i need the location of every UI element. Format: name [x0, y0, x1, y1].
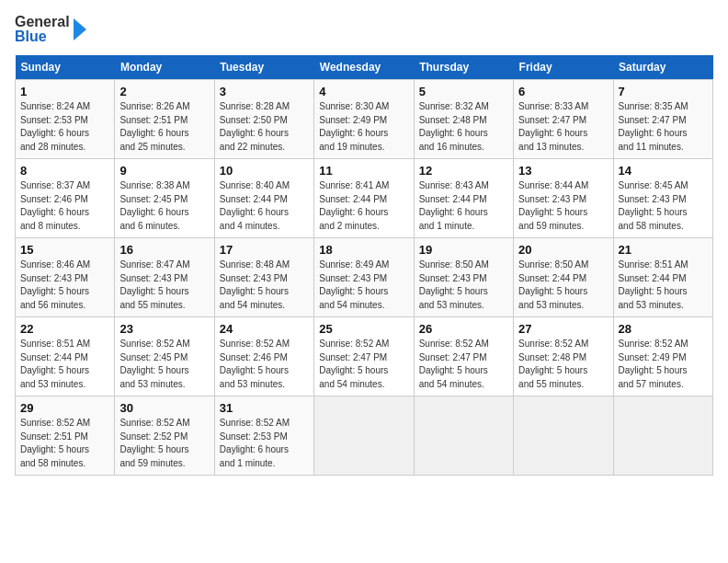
calendar-cell: 11Sunrise: 8:41 AM Sunset: 2:44 PM Dayli…: [314, 159, 414, 238]
day-number: 8: [20, 164, 109, 178]
day-info: Sunrise: 8:43 AM Sunset: 2:44 PM Dayligh…: [419, 179, 508, 233]
calendar-cell: 19Sunrise: 8:50 AM Sunset: 2:43 PM Dayli…: [414, 238, 513, 317]
column-header-thursday: Thursday: [414, 55, 513, 80]
svg-marker-0: [74, 18, 86, 40]
day-info: Sunrise: 8:52 AM Sunset: 2:53 PM Dayligh…: [220, 417, 309, 470]
calendar-cell: 10Sunrise: 8:40 AM Sunset: 2:44 PM Dayli…: [214, 159, 313, 238]
day-number: 29: [20, 401, 109, 415]
calendar-cell: 2Sunrise: 8:26 AM Sunset: 2:51 PM Daylig…: [115, 80, 214, 159]
column-header-wednesday: Wednesday: [314, 55, 414, 80]
day-info: Sunrise: 8:44 AM Sunset: 2:43 PM Dayligh…: [518, 179, 608, 233]
day-info: Sunrise: 8:32 AM Sunset: 2:48 PM Dayligh…: [419, 100, 508, 154]
day-info: Sunrise: 8:49 AM Sunset: 2:43 PM Dayligh…: [319, 259, 408, 312]
logo: General Blue: [15, 15, 86, 44]
day-info: Sunrise: 8:47 AM Sunset: 2:43 PM Dayligh…: [119, 259, 209, 312]
day-info: Sunrise: 8:24 AM Sunset: 2:53 PM Dayligh…: [20, 100, 109, 154]
day-number: 20: [518, 243, 608, 257]
calendar-cell: 8Sunrise: 8:37 AM Sunset: 2:46 PM Daylig…: [16, 159, 115, 238]
calendar-cell: 17Sunrise: 8:48 AM Sunset: 2:43 PM Dayli…: [214, 238, 313, 317]
day-info: Sunrise: 8:30 AM Sunset: 2:49 PM Dayligh…: [319, 100, 408, 154]
day-number: 6: [518, 85, 608, 98]
day-info: Sunrise: 8:52 AM Sunset: 2:47 PM Dayligh…: [419, 338, 508, 391]
calendar-week-row: 1Sunrise: 8:24 AM Sunset: 2:53 PM Daylig…: [16, 80, 713, 159]
column-header-sunday: Sunday: [16, 55, 115, 80]
logo-general-text: General: [15, 15, 70, 29]
calendar-cell: [514, 396, 613, 476]
logo-blue-text: Blue: [15, 29, 70, 44]
calendar-cell: 31Sunrise: 8:52 AM Sunset: 2:53 PM Dayli…: [214, 396, 313, 476]
day-info: Sunrise: 8:45 AM Sunset: 2:43 PM Dayligh…: [619, 179, 708, 233]
day-number: 7: [619, 85, 708, 98]
day-number: 3: [220, 85, 309, 98]
calendar-cell: 13Sunrise: 8:44 AM Sunset: 2:43 PM Dayli…: [514, 159, 613, 238]
day-info: Sunrise: 8:33 AM Sunset: 2:47 PM Dayligh…: [518, 100, 608, 154]
day-info: Sunrise: 8:50 AM Sunset: 2:44 PM Dayligh…: [518, 259, 608, 312]
calendar-cell: 24Sunrise: 8:52 AM Sunset: 2:46 PM Dayli…: [214, 317, 313, 396]
day-info: Sunrise: 8:52 AM Sunset: 2:48 PM Dayligh…: [518, 338, 608, 391]
day-number: 23: [119, 322, 209, 336]
day-number: 22: [20, 322, 109, 336]
day-info: Sunrise: 8:52 AM Sunset: 2:52 PM Dayligh…: [119, 417, 209, 470]
calendar-cell: 4Sunrise: 8:30 AM Sunset: 2:49 PM Daylig…: [314, 80, 414, 159]
calendar-cell: 27Sunrise: 8:52 AM Sunset: 2:48 PM Dayli…: [514, 317, 613, 396]
day-number: 21: [619, 243, 708, 257]
day-number: 9: [119, 164, 209, 178]
column-header-saturday: Saturday: [613, 55, 712, 80]
day-info: Sunrise: 8:50 AM Sunset: 2:43 PM Dayligh…: [419, 259, 508, 312]
column-header-friday: Friday: [514, 55, 613, 80]
day-info: Sunrise: 8:26 AM Sunset: 2:51 PM Dayligh…: [119, 100, 209, 154]
day-number: 2: [119, 85, 209, 98]
day-info: Sunrise: 8:52 AM Sunset: 2:51 PM Dayligh…: [20, 417, 109, 470]
day-number: 5: [419, 85, 508, 98]
day-number: 16: [119, 243, 209, 257]
day-info: Sunrise: 8:38 AM Sunset: 2:45 PM Dayligh…: [119, 179, 209, 233]
calendar-week-row: 29Sunrise: 8:52 AM Sunset: 2:51 PM Dayli…: [16, 396, 713, 476]
calendar-cell: 9Sunrise: 8:38 AM Sunset: 2:45 PM Daylig…: [115, 159, 214, 238]
day-info: Sunrise: 8:37 AM Sunset: 2:46 PM Dayligh…: [20, 179, 109, 233]
day-number: 30: [119, 401, 209, 415]
calendar-cell: 12Sunrise: 8:43 AM Sunset: 2:44 PM Dayli…: [414, 159, 513, 238]
calendar-cell: [613, 396, 712, 476]
day-info: Sunrise: 8:40 AM Sunset: 2:44 PM Dayligh…: [220, 179, 309, 233]
calendar-cell: 3Sunrise: 8:28 AM Sunset: 2:50 PM Daylig…: [214, 80, 313, 159]
logo-chevron-icon: [74, 18, 86, 40]
day-info: Sunrise: 8:48 AM Sunset: 2:43 PM Dayligh…: [220, 259, 309, 312]
calendar-cell: 28Sunrise: 8:52 AM Sunset: 2:49 PM Dayli…: [613, 317, 712, 396]
day-number: 11: [319, 164, 408, 178]
day-info: Sunrise: 8:52 AM Sunset: 2:47 PM Dayligh…: [319, 338, 408, 391]
calendar-cell: 15Sunrise: 8:46 AM Sunset: 2:43 PM Dayli…: [16, 238, 115, 317]
calendar-week-row: 15Sunrise: 8:46 AM Sunset: 2:43 PM Dayli…: [16, 238, 713, 317]
day-info: Sunrise: 8:51 AM Sunset: 2:44 PM Dayligh…: [619, 259, 708, 312]
day-number: 27: [518, 322, 608, 336]
calendar-week-row: 8Sunrise: 8:37 AM Sunset: 2:46 PM Daylig…: [16, 159, 713, 238]
day-number: 12: [419, 164, 508, 178]
calendar-cell: 20Sunrise: 8:50 AM Sunset: 2:44 PM Dayli…: [514, 238, 613, 317]
calendar-cell: 18Sunrise: 8:49 AM Sunset: 2:43 PM Dayli…: [314, 238, 414, 317]
calendar-cell: 29Sunrise: 8:52 AM Sunset: 2:51 PM Dayli…: [16, 396, 115, 476]
calendar-cell: 26Sunrise: 8:52 AM Sunset: 2:47 PM Dayli…: [414, 317, 513, 396]
day-info: Sunrise: 8:28 AM Sunset: 2:50 PM Dayligh…: [220, 100, 309, 154]
calendar-cell: 6Sunrise: 8:33 AM Sunset: 2:47 PM Daylig…: [514, 80, 613, 159]
calendar-cell: 14Sunrise: 8:45 AM Sunset: 2:43 PM Dayli…: [613, 159, 712, 238]
calendar-cell: 30Sunrise: 8:52 AM Sunset: 2:52 PM Dayli…: [115, 396, 214, 476]
calendar-cell: [414, 396, 513, 476]
day-info: Sunrise: 8:52 AM Sunset: 2:49 PM Dayligh…: [619, 338, 708, 391]
day-info: Sunrise: 8:35 AM Sunset: 2:47 PM Dayligh…: [619, 100, 708, 154]
column-header-monday: Monday: [115, 55, 214, 80]
calendar-header-row: SundayMondayTuesdayWednesdayThursdayFrid…: [16, 55, 713, 80]
day-number: 25: [319, 322, 408, 336]
day-number: 10: [220, 164, 309, 178]
calendar-cell: 23Sunrise: 8:52 AM Sunset: 2:45 PM Dayli…: [115, 317, 214, 396]
day-number: 19: [419, 243, 508, 257]
calendar-cell: 25Sunrise: 8:52 AM Sunset: 2:47 PM Dayli…: [314, 317, 414, 396]
day-info: Sunrise: 8:51 AM Sunset: 2:44 PM Dayligh…: [20, 338, 109, 391]
calendar-cell: 7Sunrise: 8:35 AM Sunset: 2:47 PM Daylig…: [613, 80, 712, 159]
calendar-cell: [314, 396, 414, 476]
logo-text-block: General Blue: [15, 15, 70, 44]
column-header-tuesday: Tuesday: [214, 55, 313, 80]
day-number: 28: [619, 322, 708, 336]
day-info: Sunrise: 8:46 AM Sunset: 2:43 PM Dayligh…: [20, 259, 109, 312]
day-number: 26: [419, 322, 508, 336]
day-number: 14: [619, 164, 708, 178]
day-number: 24: [220, 322, 309, 336]
